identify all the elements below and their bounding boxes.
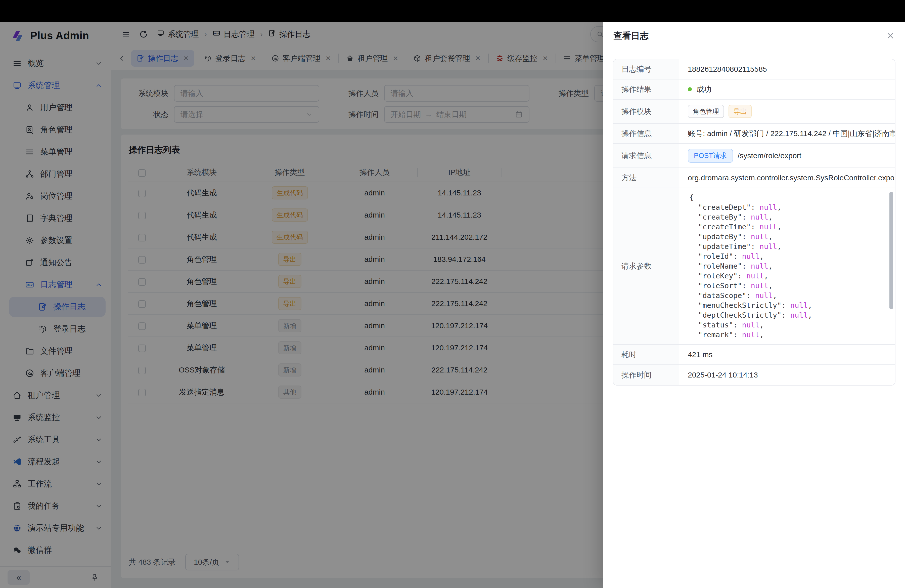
json-line: "roleName": null,	[689, 261, 892, 271]
json-line: "status": null,	[689, 320, 892, 330]
success-status-dot	[688, 87, 692, 91]
json-line: "createDept": null,	[689, 202, 892, 212]
field-label: 耗时	[613, 345, 679, 364]
field-label: 操作时间	[613, 365, 679, 385]
field-label: 请求信息	[613, 144, 679, 167]
field-label: 方法	[613, 168, 679, 188]
field-label: 操作信息	[613, 124, 679, 143]
json-line: "createTime": null,	[689, 222, 892, 232]
drawer-body: 日志编号 1882612840802115585 操作结果 成功 操作模块	[603, 50, 905, 394]
detail-row-time: 操作时间 2025-01-24 10:14:13	[613, 365, 895, 385]
top-black-bar	[0, 0, 905, 22]
json-line: "updateTime": null,	[689, 242, 892, 251]
json-line: "dataScope": null,	[689, 291, 892, 300]
result-value: 成功	[696, 84, 711, 95]
action-tag: 导出	[729, 105, 752, 118]
detail-row-module: 操作模块 角色管理 导出	[613, 100, 895, 124]
detail-row-params: 请求参数 { "createDept": null, "createBy": n…	[613, 188, 895, 345]
field-label: 操作模块	[613, 100, 679, 123]
json-line: "roleId": null,	[689, 251, 892, 261]
json-line: "roleSort": null,	[689, 281, 892, 291]
post-method-tag: POST请求	[688, 149, 733, 163]
view-log-drawer: 查看日志 日志编号 1882612840802115585 操作结果	[603, 22, 905, 588]
json-line: {	[689, 193, 892, 202]
op-info-value: 账号: admin / 研发部门 / 222.175.114.242 / 中国|…	[688, 129, 895, 139]
field-label: 日志编号	[613, 59, 679, 79]
drawer-title: 查看日志	[613, 30, 649, 42]
detail-row-op-info: 操作信息 账号: admin / 研发部门 / 222.175.114.242 …	[613, 124, 895, 144]
drawer-header: 查看日志	[603, 22, 905, 50]
method-value: org.dromara.system.controller.system.Sys…	[688, 173, 895, 182]
request-url: /system/role/export	[738, 151, 801, 160]
detail-row-result: 操作结果 成功	[613, 79, 895, 100]
log-detail-table: 日志编号 1882612840802115585 操作结果 成功 操作模块	[613, 59, 895, 386]
detail-row-log-id: 日志编号 1882612840802115585	[613, 59, 895, 79]
close-icon	[886, 31, 895, 40]
log-id-value: 1882612840802115585	[688, 65, 767, 73]
modal-dim-overlay[interactable]	[0, 22, 603, 588]
json-line: "roleKey": null,	[689, 271, 892, 281]
duration-value: 421 ms	[688, 350, 713, 359]
detail-row-method: 方法 org.dromara.system.controller.system.…	[613, 168, 895, 188]
field-label: 操作结果	[613, 79, 679, 99]
request-params-json[interactable]: { "createDept": null, "createBy": null, …	[688, 193, 892, 340]
detail-row-request: 请求信息 POST请求 /system/role/export	[613, 144, 895, 168]
json-line: "createBy": null,	[689, 212, 892, 222]
json-line: "remark": null,	[689, 330, 892, 340]
code-scrollbar[interactable]	[889, 192, 893, 309]
app-window: Plus Admin 概览系统管理用户管理角色管理菜单管理部门管理岗位管理字典管…	[0, 22, 905, 588]
json-line: "menuCheckStrictly": null,	[689, 300, 892, 310]
module-tag: 角色管理	[688, 105, 724, 118]
detail-row-duration: 耗时 421 ms	[613, 345, 895, 365]
screen: Plus Admin 概览系统管理用户管理角色管理菜单管理部门管理岗位管理字典管…	[0, 0, 905, 588]
time-value: 2025-01-24 10:14:13	[688, 371, 758, 379]
json-line: "updateBy": null,	[689, 232, 892, 242]
drawer-close-button[interactable]	[886, 31, 895, 40]
json-line: "deptCheckStrictly": null,	[689, 310, 892, 320]
field-label: 请求参数	[613, 188, 679, 344]
indent-guide	[692, 204, 692, 337]
